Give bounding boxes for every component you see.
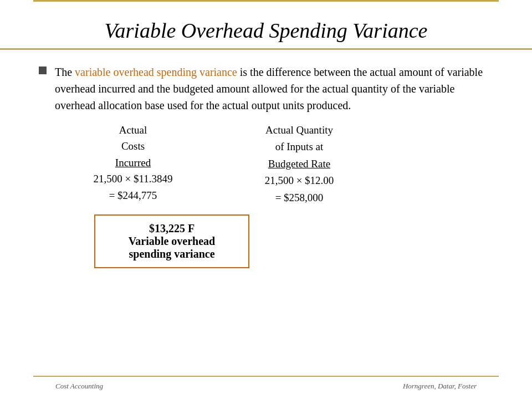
bullet-highlight: variable overhead spending variance <box>75 66 237 78</box>
comparison-table: Actual Costs Incurred 21,500 × $11.3849 … <box>39 122 493 206</box>
bullet-section: The variable overhead spending variance … <box>39 64 493 114</box>
col-right-line3: Budgeted Rate <box>211 156 388 172</box>
bullet-icon <box>39 66 47 74</box>
col-right: Actual Quantity of Inputs at Budgeted Ra… <box>211 122 388 206</box>
col-right-line4: 21,500 × $12.00 <box>211 172 388 189</box>
col-left-line4: 21,500 × $11.3849 <box>55 171 211 187</box>
variance-amount: $13,225 F <box>106 222 237 235</box>
col-left-line5: = $244,775 <box>55 187 211 203</box>
slide: Variable Overhead Spending Variance The … <box>0 0 532 399</box>
page-title: Variable Overhead Spending Variance <box>33 18 499 43</box>
col-left-line1: Actual <box>55 122 211 138</box>
footer: Cost Accounting Horngreen, Datar, Foster <box>0 382 532 391</box>
footer-line <box>33 376 499 377</box>
footer-right: Horngreen, Datar, Foster <box>403 382 477 391</box>
col-right-line2: of Inputs at <box>211 139 388 155</box>
bullet-prefix: The <box>55 66 75 78</box>
footer-left: Cost Accounting <box>55 382 103 391</box>
variance-label: Variable overhead spending variance <box>106 235 237 260</box>
title-area: Variable Overhead Spending Variance <box>0 2 532 50</box>
col-left-line2: Costs <box>55 138 211 154</box>
col-right-line1: Actual Quantity <box>211 122 388 139</box>
bullet-text: The variable overhead spending variance … <box>55 64 493 114</box>
col-right-line5: = $258,000 <box>211 190 388 206</box>
col-left-line3: Incurred <box>55 155 211 171</box>
content-area: The variable overhead spending variance … <box>0 50 532 288</box>
variance-box: $13,225 F Variable overhead spending var… <box>94 214 249 268</box>
col-left: Actual Costs Incurred 21,500 × $11.3849 … <box>55 122 211 206</box>
